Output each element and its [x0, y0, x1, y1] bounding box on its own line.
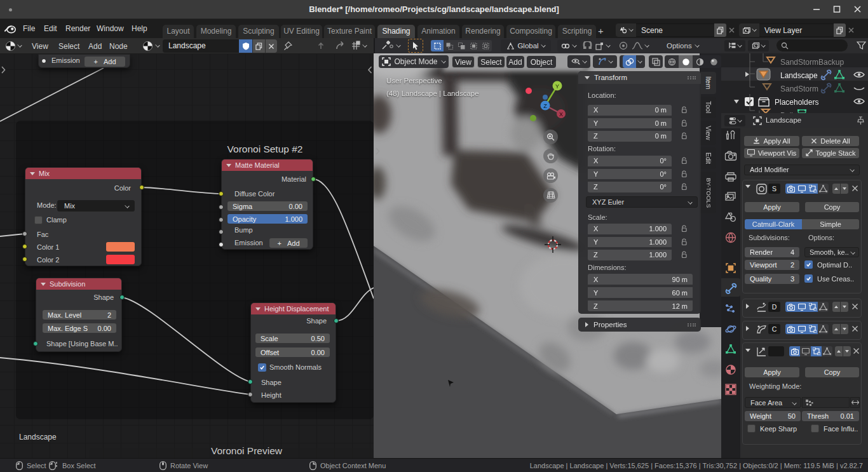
- svg-text:SandStorm: SandStorm: [780, 84, 818, 93]
- svg-text:Y: Y: [555, 83, 559, 90]
- svg-text:Landscape: Landscape: [780, 71, 818, 80]
- svg-text:X: X: [559, 111, 563, 118]
- svg-text:Placeholders: Placeholders: [775, 98, 818, 107]
- svg-text:SandStormBackup: SandStormBackup: [780, 58, 844, 67]
- svg-text:Z: Z: [543, 103, 547, 109]
